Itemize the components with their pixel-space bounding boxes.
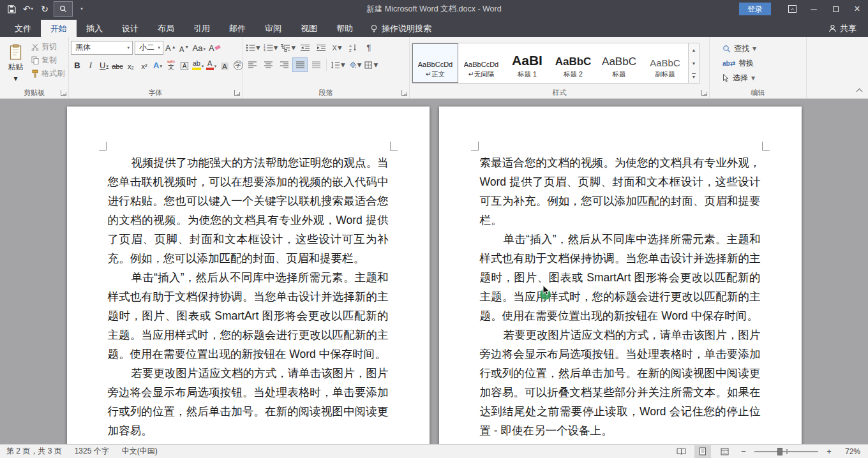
ribbon-display-options-button[interactable] <box>781 0 803 18</box>
styles-scroll-down-button[interactable]: ▼ <box>689 57 699 70</box>
justify-button[interactable] <box>292 57 308 72</box>
clear-formatting-button[interactable]: A <box>207 40 221 55</box>
tab-home[interactable]: 开始 <box>41 20 77 37</box>
chevron-down-icon: ▾ <box>274 43 278 52</box>
bullets-button[interactable]: ▾ <box>244 40 262 55</box>
web-layout-button[interactable] <box>716 445 733 458</box>
font-name-select[interactable]: 黑体▾ <box>71 41 133 55</box>
page-indicator[interactable]: 第 2 页，共 3 页 <box>6 446 62 457</box>
print-layout-button[interactable] <box>694 445 711 458</box>
distribute-button[interactable] <box>308 57 324 72</box>
tab-file[interactable]: 文件 <box>5 20 41 37</box>
styles-scroll-up-button[interactable]: ▲ <box>689 43 699 57</box>
tab-mailings[interactable]: 邮件 <box>220 20 255 37</box>
style-title[interactable]: AaBbC 标题 <box>596 43 642 83</box>
italic-button[interactable]: I <box>84 57 97 72</box>
tab-design[interactable]: 设计 <box>112 20 148 37</box>
tell-me-search[interactable]: 操作说明搜索 <box>363 20 439 37</box>
sort-button[interactable]: AZ <box>345 40 361 55</box>
tab-insert[interactable]: 插入 <box>77 20 112 37</box>
decrease-indent-button[interactable] <box>297 40 313 55</box>
read-mode-icon <box>677 448 686 455</box>
shrink-font-button[interactable]: A▼ <box>178 40 191 55</box>
format-painter-button[interactable]: 格式刷 <box>29 68 66 80</box>
borders-button[interactable]: ▾ <box>363 57 379 72</box>
zoom-out-button[interactable]: − <box>738 446 749 457</box>
text-effects-button[interactable]: A▾ <box>151 57 164 72</box>
zoom-slider[interactable] <box>754 446 818 457</box>
select-button[interactable]: 选择 ▾ <box>721 71 804 84</box>
search-icon <box>722 45 731 53</box>
redo-button[interactable]: ↻ <box>37 1 52 17</box>
ribbon-tab-bar: 文件 开始 插入 设计 布局 引用 邮件 审阅 视图 帮助 操作说明搜索 共享 <box>0 18 868 37</box>
style-no-spacing[interactable]: AaBbCcDd ↵无间隔 <box>458 43 504 83</box>
font-size-select[interactable]: 小二▾ <box>135 41 163 55</box>
tab-review[interactable]: 审阅 <box>255 20 291 37</box>
increase-indent-button[interactable] <box>313 40 329 55</box>
align-center-button[interactable] <box>260 57 276 72</box>
chinese-layout-button[interactable]: X▾ <box>329 40 345 55</box>
print-layout-icon <box>699 447 707 455</box>
style-heading-1[interactable]: AaBI 标题 1 <box>504 43 550 83</box>
read-mode-button[interactable] <box>673 445 689 458</box>
clipboard-dialog-launcher[interactable] <box>61 90 66 96</box>
tab-layout[interactable]: 布局 <box>148 20 184 37</box>
font-dialog-launcher[interactable] <box>234 90 240 96</box>
style-heading-2[interactable]: AaBbC 标题 2 <box>550 43 596 83</box>
sign-in-button[interactable]: 登录 <box>739 3 771 15</box>
superscript-button[interactable]: x² <box>138 57 151 72</box>
document-area[interactable]: 视频提供了功能强大的方法帮助您证明您的观点。当您单击联机视频时，可以在想要添加的… <box>0 99 868 444</box>
qat-customize-button[interactable]: ▾ <box>74 1 89 17</box>
style-subtitle[interactable]: AaBbC 副标题 <box>642 43 688 83</box>
find-button[interactable]: 查找 ▾ <box>721 42 804 55</box>
character-border-button[interactable]: A <box>178 57 191 72</box>
page-1[interactable]: 视频提供了功能强大的方法帮助您证明您的观点。当您单击联机视频时，可以在想要添加的… <box>67 107 430 444</box>
numbering-button[interactable]: 123 ▾ <box>262 40 280 55</box>
zoom-slider-thumb[interactable] <box>777 448 782 455</box>
close-icon: × <box>854 3 860 15</box>
shading-button[interactable]: ▾ <box>347 57 363 72</box>
maximize-button[interactable] <box>825 0 846 18</box>
tab-help[interactable]: 帮助 <box>327 20 363 37</box>
page-2[interactable]: 索最适合您的文档的视频。为使您的文档具有专业外观，Word 提供了页眉、页脚、封… <box>439 107 802 444</box>
language-indicator[interactable]: 中文(中国) <box>122 446 158 457</box>
tab-view[interactable]: 视图 <box>291 20 327 37</box>
show-hide-marks-button[interactable]: ¶ <box>361 40 377 55</box>
font-color-button[interactable]: A ▾ <box>205 57 218 72</box>
align-right-button[interactable] <box>276 57 292 72</box>
copy-button[interactable]: 复制 <box>29 54 66 66</box>
close-button[interactable]: × <box>846 0 868 18</box>
minimize-button[interactable]: ─ <box>803 0 825 18</box>
cut-button[interactable]: 剪切 <box>29 41 66 53</box>
save-button[interactable] <box>4 1 19 17</box>
line-spacing-button[interactable]: ▾ <box>329 57 347 72</box>
zoom-in-button[interactable]: + <box>823 446 835 457</box>
grow-font-button[interactable]: A▲ <box>164 40 177 55</box>
share-button[interactable]: 共享 <box>828 20 857 37</box>
character-shading-button[interactable]: A <box>218 57 231 72</box>
word-count[interactable]: 1325 个字 <box>75 446 109 457</box>
font-name-value: 黑体 <box>75 42 91 53</box>
phonetic-guide-button[interactable]: wén文 <box>165 57 177 72</box>
tab-references[interactable]: 引用 <box>184 20 220 37</box>
web-layout-icon <box>721 448 729 455</box>
scissors-icon <box>31 43 39 51</box>
highlight-icon: ab <box>192 60 201 70</box>
underline-button[interactable]: U▾ <box>98 57 110 72</box>
multilevel-list-button[interactable]: ▾ <box>280 40 297 55</box>
zoom-level[interactable]: 72% <box>840 447 860 456</box>
align-left-button[interactable] <box>244 57 260 72</box>
replace-button[interactable]: ab⇄ 替换 <box>721 57 804 70</box>
subscript-button[interactable]: x₂ <box>124 57 137 72</box>
paragraph-dialog-launcher[interactable] <box>401 90 407 96</box>
bold-button[interactable]: B <box>71 57 84 72</box>
styles-more-button[interactable]: ▼ <box>689 70 699 83</box>
paste-button[interactable]: 粘贴 ▾ <box>2 39 29 87</box>
change-case-button[interactable]: Aa▾ <box>191 40 207 55</box>
undo-button[interactable]: ↶▾ <box>20 1 36 17</box>
strikethrough-button[interactable]: abc <box>111 57 124 72</box>
highlight-color-button[interactable]: ab ▾ <box>191 57 204 72</box>
style-normal[interactable]: AaBbCcDd ↵正文 <box>412 43 458 83</box>
qat-custom-button[interactable] <box>54 1 73 17</box>
styles-dialog-launcher[interactable] <box>701 90 707 96</box>
